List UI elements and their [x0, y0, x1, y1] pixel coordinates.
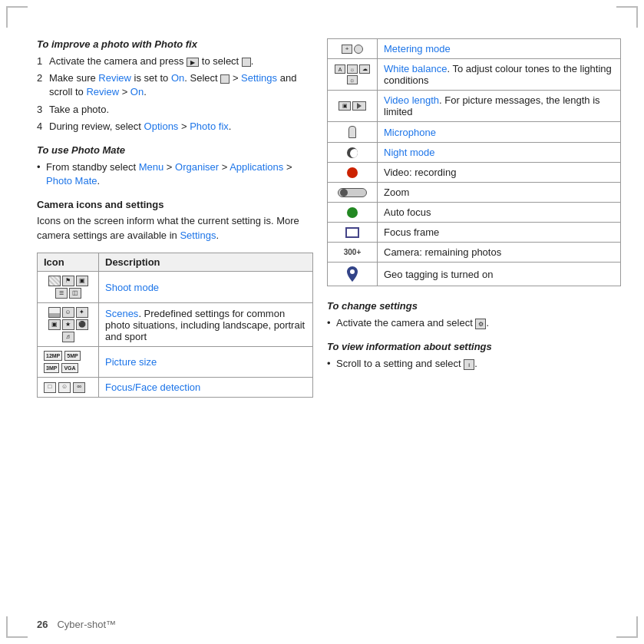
metering-circle: [354, 45, 363, 54]
mic-desc: Microphone: [378, 122, 621, 143]
metering-icon-cell: +: [328, 39, 378, 59]
remaining-text: 300+: [344, 248, 362, 256]
geo-icon-cell: [328, 263, 378, 286]
ff-icon: [334, 227, 371, 238]
wb-sq4: ☼: [347, 75, 358, 84]
step-4: 4 During review, select Options > Photo …: [37, 120, 313, 134]
focus-frame-shape: [345, 227, 359, 238]
metering-desc: Metering mode: [378, 39, 621, 59]
geo-icon: [334, 266, 371, 282]
bottom-section: To change settings Activate the camera a…: [327, 300, 621, 371]
right-column: + Metering mode A ☼: [327, 38, 621, 606]
scenes-desc: Scenes. Predefined settings for common p…: [99, 303, 313, 347]
settings-link2: Settings: [180, 230, 216, 241]
af-icon: [334, 207, 371, 218]
focus-icon-3: ∞: [73, 382, 85, 393]
zoom-dot: [340, 189, 348, 197]
scenes-icon-3: ✦: [76, 307, 88, 318]
table-row: □ ☺ ∞ Focus/Face detection: [38, 378, 313, 398]
right-table: + Metering mode A ☼: [327, 38, 621, 286]
table-row: ⚑ ▣ ☰ ◫ Shoot mode: [38, 272, 313, 303]
night-icon-cell: [328, 143, 378, 163]
metering-sq1: +: [342, 45, 352, 54]
settings-link: Settings: [241, 72, 277, 84]
vl-play: [357, 103, 362, 109]
geo-svg: [347, 266, 358, 282]
wb-icon2: ☼: [334, 75, 371, 84]
metering-icon: +: [334, 45, 371, 54]
shoot-mode-link: Shoot mode: [105, 282, 159, 293]
step-list: 1 Activate the camera and press ▶ to sel…: [37, 54, 313, 134]
wb-desc: White balance. To adjust colour tones to…: [378, 59, 621, 91]
zoom-desc: Zoom: [378, 183, 621, 203]
scenes-icon-1: [48, 307, 61, 318]
zoom-bar: [338, 188, 367, 197]
wb-icon: A ☼ ☁: [334, 64, 371, 74]
scenes-icon-2: ☺: [62, 307, 74, 318]
table-row: 12MP 5MP 3MP VGA Picture size: [38, 347, 313, 378]
table-row: Microphone: [328, 122, 621, 143]
focus-icon-2: ☺: [58, 382, 71, 393]
view-settings-list: Scroll to a setting and select i.: [327, 357, 621, 371]
table-row: A ☼ ☁ ☼ White balance. To adjust colour …: [328, 59, 621, 91]
col-description: Description: [99, 253, 313, 272]
focus-icon-cell: □ ☺ ∞: [38, 378, 99, 398]
table-row: ☺ ✦ ▣ ★ ⚫ ♬: [38, 303, 313, 347]
review-link2: Review: [86, 86, 119, 97]
mic-icon-cell: [328, 122, 378, 143]
mic-link: Microphone: [384, 127, 436, 138]
mic-shape: [348, 126, 356, 138]
vidrec-circle: [347, 167, 358, 178]
section3-body: Icons on the screen inform what the curr…: [37, 214, 313, 243]
focus-icons: □ ☺ ∞: [44, 382, 92, 393]
shoot-icon-2: ⚑: [62, 276, 74, 286]
picture-size-icons: 12MP 5MP 3MP VGA: [44, 351, 92, 373]
zoom-icon: [334, 188, 371, 197]
scenes-icon-4: ▣: [48, 319, 61, 330]
scenes-icon-7: ♬: [62, 332, 74, 342]
photomate-link: Photo Mate: [46, 175, 97, 187]
picture-size-icon-cell: 12MP 5MP 3MP VGA: [38, 347, 99, 378]
step-2: 2 Make sure Review is set to On. Select …: [37, 71, 313, 99]
af-icon-cell: [328, 203, 378, 223]
shoot-icon-3: ▣: [76, 276, 88, 286]
night-icon: [334, 147, 371, 158]
zoom-icon-cell: [328, 183, 378, 203]
wb-sq2: ☼: [347, 64, 358, 74]
table-row: ▣ Video length. For picture messages, th…: [328, 91, 621, 122]
ff-desc: Focus frame: [378, 223, 621, 243]
night-desc: Night mode: [378, 143, 621, 163]
view-settings-title: To view information about settings: [327, 341, 621, 352]
page: To improve a photo with Photo fix 1 Acti…: [0, 0, 644, 644]
photofix-link: Photo fix: [190, 121, 229, 132]
on-link2: On: [130, 86, 144, 97]
section3-title: Camera icons and settings: [37, 199, 313, 210]
table-row: Night mode: [328, 143, 621, 163]
table-row: Video: recording: [328, 163, 621, 183]
vl-icon-cell: ▣: [328, 91, 378, 122]
picture-size-desc: Picture size: [99, 347, 313, 378]
remaining-icon: 300+: [334, 248, 371, 256]
table-row: Focus frame: [328, 223, 621, 243]
photomate-item: From standby select Menu > Organiser > A…: [37, 160, 313, 188]
table-row: 300+ Camera: remaining photos: [328, 243, 621, 263]
change-settings-item: Activate the camera and select ⚙.: [327, 316, 621, 330]
table-row: Geo tagging is turned on: [328, 263, 621, 286]
remaining-desc: Camera: remaining photos: [378, 243, 621, 263]
scenes-link: Scenes: [105, 308, 138, 319]
left-table: Icon Description ⚑ ▣: [37, 253, 313, 398]
shoot-icon-4: ☰: [55, 288, 68, 299]
vl-icon: ▣: [334, 101, 371, 111]
menu-link: Menu: [139, 161, 164, 173]
ff-icon-cell: [328, 223, 378, 243]
shoot-icon-1: [48, 276, 61, 286]
picture-size-link: Picture size: [105, 356, 157, 368]
footer: 26 Cyber-shot™: [37, 619, 621, 630]
options-link: Options: [144, 121, 179, 132]
scenes-icon-5: ★: [62, 319, 74, 330]
applications-link: Applications: [230, 161, 283, 173]
table-row: Zoom: [328, 183, 621, 203]
focus-link: Focus/Face detection: [105, 381, 200, 393]
af-desc: Auto focus: [378, 203, 621, 223]
page-number: 26: [37, 619, 48, 630]
